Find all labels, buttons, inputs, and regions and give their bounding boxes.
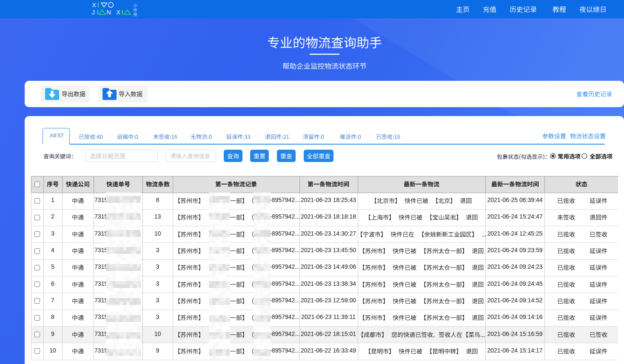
svg-text:N: N xyxy=(106,9,111,16)
svg-text:X: X xyxy=(92,1,96,9)
svg-text:X: X xyxy=(116,9,120,16)
svg-text:J: J xyxy=(92,9,95,16)
